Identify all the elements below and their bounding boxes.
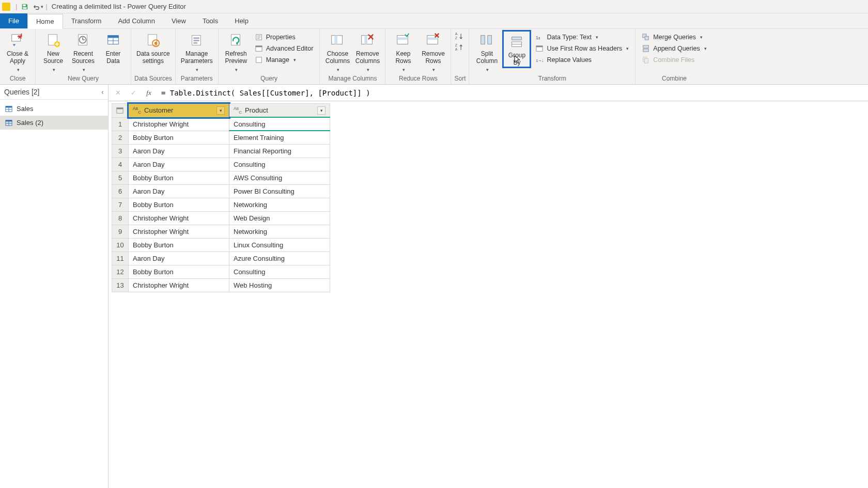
cell-product[interactable]: Networking [229, 225, 330, 238]
append-queries-button[interactable]: Append Queries ▾ [639, 43, 709, 54]
tab-transform[interactable]: Transform [63, 13, 110, 28]
properties-button[interactable]: Properties [252, 32, 317, 42]
tab-view[interactable]: View [163, 13, 194, 28]
tab-add-column[interactable]: Add Column [110, 13, 163, 28]
table-row[interactable]: 6Aaron DayPower BI Consulting [112, 184, 330, 198]
tab-home[interactable]: Home [27, 14, 63, 29]
table-row[interactable]: 1Christopher WrightConsulting [112, 117, 330, 131]
row-number[interactable]: 12 [112, 265, 129, 278]
fx-icon[interactable]: fx [143, 89, 155, 97]
recent-sources-button[interactable]: Recent Sources [69, 30, 98, 73]
ribbon-group-query: Refresh Preview Properties Advanced Edit… [219, 29, 320, 84]
column-header-product[interactable]: ABC Product ▾ [229, 104, 330, 118]
refresh-preview-button[interactable]: Refresh Preview [222, 30, 251, 73]
cell-product[interactable]: AWS Consulting [229, 171, 330, 184]
cancel-formula-button[interactable]: ✕ [112, 87, 124, 99]
table-row[interactable]: 7Bobby BurtonNetworking [112, 198, 330, 211]
new-source-button[interactable]: New Source [39, 30, 68, 73]
row-number[interactable]: 11 [112, 251, 129, 265]
tab-tools[interactable]: Tools [194, 13, 226, 28]
column-header-customer[interactable]: ABC Customer ▾ [129, 104, 229, 118]
cell-product[interactable]: Consulting [229, 265, 330, 278]
advanced-editor-button[interactable]: Advanced Editor [252, 43, 317, 54]
cell-product[interactable]: Web Design [229, 211, 330, 225]
cell-customer[interactable]: Bobby Burton [129, 265, 229, 278]
svg-rect-23 [193, 42, 197, 44]
row-number[interactable]: 6 [112, 184, 129, 198]
row-number[interactable]: 2 [112, 131, 129, 144]
replace-values-button[interactable]: 1→2 Replace Values [532, 55, 632, 65]
table-row[interactable]: 12Bobby BurtonConsulting [112, 265, 330, 278]
manage-button[interactable]: Manage ▾ [252, 55, 317, 65]
cell-customer[interactable]: Christopher Wright [129, 117, 229, 131]
cell-customer[interactable]: Bobby Burton [129, 131, 229, 144]
use-first-row-headers-button[interactable]: Use First Row as Headers ▾ [532, 43, 632, 54]
cell-product[interactable]: Networking [229, 198, 330, 211]
keep-rows-button[interactable]: Keep Rows [389, 30, 417, 73]
row-number[interactable]: 9 [112, 225, 129, 238]
remove-rows-button[interactable]: Remove Rows [419, 30, 447, 73]
table-row[interactable]: 5Bobby BurtonAWS Consulting [112, 171, 330, 184]
merge-queries-button[interactable]: Merge Queries ▾ [639, 32, 709, 42]
cell-customer[interactable]: Bobby Burton [129, 198, 229, 211]
cell-product[interactable]: Financial Reporting [229, 144, 330, 158]
sort-asc-button[interactable]: AZ [454, 31, 464, 41]
cell-product[interactable]: Element Training [229, 131, 330, 144]
manage-parameters-button[interactable]: Manage Parameters [179, 30, 215, 73]
split-column-button[interactable]: Split Column [472, 30, 501, 73]
cell-product[interactable]: Linux Consulting [229, 238, 330, 251]
filter-dropdown-icon[interactable]: ▾ [317, 106, 326, 115]
cell-customer[interactable]: Bobby Burton [129, 238, 229, 251]
collapse-queries-icon[interactable]: ‹ [101, 88, 104, 96]
close-apply-button[interactable]: Close & Apply [3, 30, 32, 73]
table-row[interactable]: 10Bobby BurtonLinux Consulting [112, 238, 330, 251]
row-number[interactable]: 5 [112, 171, 129, 184]
enter-data-button[interactable]: Enter Data [99, 30, 128, 65]
data-type-button[interactable]: 1₂ Data Type: Text ▾ [532, 32, 632, 42]
table-select-all-button[interactable] [112, 104, 129, 118]
query-item-sales[interactable]: Sales [0, 102, 108, 116]
text-type-icon: ABC [234, 106, 242, 115]
table-row[interactable]: 9Christopher WrightNetworking [112, 225, 330, 238]
formula-input[interactable] [158, 87, 865, 99]
cell-customer[interactable]: Aaron Day [129, 184, 229, 198]
tab-file[interactable]: File [0, 13, 27, 28]
cell-customer[interactable]: Bobby Burton [129, 171, 229, 184]
filter-dropdown-icon[interactable]: ▾ [216, 106, 225, 115]
table-row[interactable]: 8Christopher WrightWeb Design [112, 211, 330, 225]
cell-product[interactable]: Power BI Consulting [229, 184, 330, 198]
row-number[interactable]: 7 [112, 198, 129, 211]
group-by-button[interactable]: Group By [502, 30, 531, 68]
ribbon-group-combine: Merge Queries ▾ Append Queries ▾ Combine… [636, 29, 712, 84]
data-source-settings-button[interactable]: Data source settings [134, 30, 172, 65]
choose-columns-button[interactable]: Choose Columns [323, 30, 352, 73]
row-number[interactable]: 1 [112, 117, 129, 131]
row-number[interactable]: 3 [112, 144, 129, 158]
cell-customer[interactable]: Christopher Wright [129, 211, 229, 225]
sort-desc-button[interactable]: ZA [454, 42, 464, 53]
row-number[interactable]: 8 [112, 211, 129, 225]
cell-customer[interactable]: Aaron Day [129, 144, 229, 158]
cell-product[interactable]: Web Hosting [229, 278, 330, 292]
cell-customer[interactable]: Aaron Day [129, 158, 229, 171]
cell-product[interactable]: Consulting [229, 117, 330, 131]
cell-customer[interactable]: Christopher Wright [129, 225, 229, 238]
table-row[interactable]: 3Aaron DayFinancial Reporting [112, 144, 330, 158]
cell-product[interactable]: Azure Consulting [229, 251, 330, 265]
row-number[interactable]: 4 [112, 158, 129, 171]
table-row[interactable]: 11Aaron DayAzure Consulting [112, 251, 330, 265]
query-item-sales-2[interactable]: Sales (2) [0, 116, 108, 130]
cell-customer[interactable]: Aaron Day [129, 251, 229, 265]
cell-customer[interactable]: Christopher Wright [129, 278, 229, 292]
save-icon[interactable] [20, 2, 29, 11]
table-row[interactable]: 4Aaron DayConsulting [112, 158, 330, 171]
commit-formula-button[interactable]: ✓ [127, 87, 140, 99]
tab-help[interactable]: Help [226, 13, 257, 28]
table-row[interactable]: 2Bobby BurtonElement Training [112, 131, 330, 144]
undo-icon[interactable] [32, 2, 41, 11]
row-number[interactable]: 13 [112, 278, 129, 292]
row-number[interactable]: 10 [112, 238, 129, 251]
cell-product[interactable]: Consulting [229, 158, 330, 171]
table-row[interactable]: 13Christopher WrightWeb Hosting [112, 278, 330, 292]
remove-columns-button[interactable]: Remove Columns [353, 30, 382, 73]
